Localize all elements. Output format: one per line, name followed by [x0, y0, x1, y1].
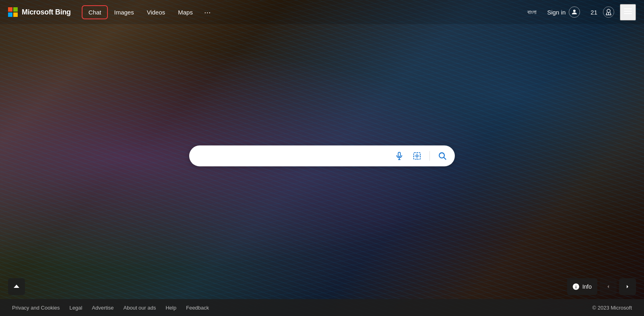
search-container: [189, 146, 455, 166]
footer-feedback[interactable]: Feedback: [186, 305, 209, 311]
info-button[interactable]: Info: [567, 278, 597, 295]
svg-rect-2: [624, 8, 632, 9]
footer-help[interactable]: Help: [165, 305, 176, 311]
info-label: Info: [582, 283, 592, 290]
search-input[interactable]: [196, 152, 393, 160]
search-icons: [393, 150, 448, 162]
nav-more-dots[interactable]: ···: [200, 6, 215, 18]
avatar-icon: [569, 6, 580, 18]
footer-legal[interactable]: Legal: [70, 305, 83, 311]
nav-item-videos[interactable]: Videos: [141, 6, 171, 18]
sign-in-button[interactable]: Sign in: [542, 4, 585, 20]
hamburger-menu[interactable]: [620, 4, 636, 21]
language-selector[interactable]: বাংলা: [527, 9, 537, 16]
copyright-text: © 2023 Microsoft: [592, 305, 632, 311]
next-image-button[interactable]: [619, 278, 636, 295]
footer-about-ads[interactable]: About our ads: [124, 305, 156, 311]
footer-bar: Privacy and Cookies Legal Advertise Abou…: [0, 299, 644, 316]
nav-item-chat[interactable]: Chat: [83, 6, 107, 18]
sign-in-label: Sign in: [547, 9, 566, 16]
svg-point-9: [416, 155, 418, 157]
scroll-up-button[interactable]: [8, 278, 25, 295]
footer-advertise[interactable]: Advertise: [92, 305, 114, 311]
svg-rect-4: [624, 13, 632, 14]
visual-search-button[interactable]: [411, 150, 423, 162]
search-box: [189, 146, 455, 166]
points-display: 21: [590, 9, 597, 16]
svg-rect-8: [414, 153, 421, 160]
logo-area[interactable]: Microsoft Bing: [8, 7, 71, 17]
svg-line-15: [444, 157, 446, 160]
nav-items: Chat Images Videos Maps ···: [83, 6, 528, 18]
svg-rect-3: [624, 11, 632, 12]
prev-image-button[interactable]: [600, 278, 617, 295]
search-divider: [429, 151, 430, 161]
svg-point-14: [439, 153, 444, 158]
brand-name: Microsoft Bing: [22, 8, 71, 16]
navbar: Microsoft Bing Chat Images Videos Maps ·…: [0, 0, 644, 24]
svg-point-0: [607, 9, 610, 12]
nav-item-images[interactable]: Images: [108, 6, 139, 18]
footer-privacy[interactable]: Privacy and Cookies: [12, 305, 60, 311]
svg-rect-5: [398, 152, 400, 157]
microphone-button[interactable]: [393, 150, 405, 162]
search-submit-button[interactable]: [436, 150, 448, 162]
nav-right: বাংলা Sign in 21: [527, 4, 636, 21]
bottom-right-controls: Info: [567, 278, 636, 295]
rewards-icon[interactable]: [603, 6, 614, 18]
microsoft-logo: [8, 7, 18, 17]
nav-item-maps[interactable]: Maps: [172, 6, 198, 18]
